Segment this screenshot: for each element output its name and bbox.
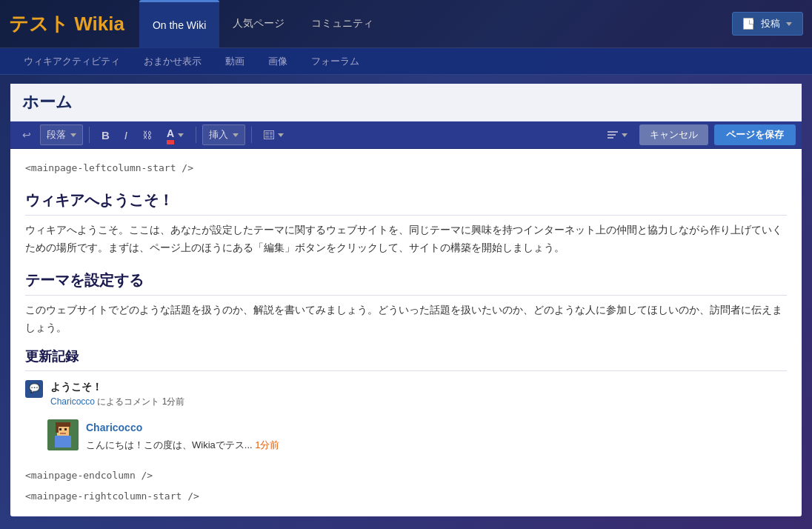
sub-nav-item-forum[interactable]: フォーラム [299, 50, 371, 73]
top-bar: テスト Wikia On the Wiki 人気ページ コミュニティ 投稿 [0, 0, 812, 48]
svg-rect-6 [60, 433, 66, 434]
updates-heading: 更新記録 [25, 346, 787, 371]
comment-body: Charicocco こんにちは！この度は、Wikiaでテス... 1分前 [86, 419, 279, 453]
code-tag-right: <mainpage-rightcolumn-start /> [25, 489, 787, 505]
toolbar-separator-3 [251, 127, 252, 143]
link-button[interactable]: ⛓ [136, 127, 158, 144]
font-color-caret-icon [178, 133, 184, 137]
lines-caret-icon [622, 133, 628, 137]
dropdown-caret-icon [70, 133, 76, 137]
nav-tab-popular[interactable]: 人気ページ [219, 0, 298, 48]
content-wrapper: ホーム ↩ 段落 B I ⛓ A 挿入 [10, 84, 802, 516]
sub-nav-item-activity[interactable]: ウィキアクティビティ [12, 50, 132, 73]
editor-toolbar: ↩ 段落 B I ⛓ A 挿入 [10, 122, 802, 149]
nav-tab-on-wiki[interactable]: On the Wiki [139, 0, 219, 48]
cancel-button[interactable]: キャンセル [639, 124, 708, 145]
insert-dropdown[interactable]: 挿入 [202, 124, 245, 145]
section-heading-theme: テーマを設定する [25, 268, 787, 296]
activity-item: 💬 ようこそ！ Charicocco によるコメント 1分前 [25, 379, 787, 410]
comment-block: Charicocco こんにちは！この度は、Wikiaでテス... 1分前 [25, 419, 787, 453]
svg-rect-5 [64, 428, 67, 430]
activity-info: ようこそ！ Charicocco によるコメント 1分前 [50, 379, 184, 410]
svg-rect-4 [59, 428, 61, 430]
toolbar-separator-1 [89, 127, 90, 143]
svg-rect-7 [55, 436, 71, 448]
table-icon [264, 130, 274, 139]
updates-section: 更新記録 💬 ようこそ！ Charicocco によるコメント 1分前 [25, 346, 787, 453]
page-icon [743, 18, 753, 30]
lines-icon [608, 131, 618, 139]
nav-tab-community[interactable]: コミュニティ [298, 0, 387, 48]
activity-title: ようこそ！ [50, 379, 184, 395]
caret-down-icon [786, 22, 792, 26]
toolbar-right: キャンセル ページを保存 [602, 124, 796, 145]
avatar-svg [47, 419, 79, 450]
site-title: テスト Wikia [9, 11, 124, 37]
paragraph-dropdown[interactable]: 段落 [40, 124, 83, 145]
section-heading-welcome: ウィキアへようこそ！ [25, 188, 787, 216]
link-icon: ⛓ [142, 130, 152, 141]
undo-icon: ↩ [22, 129, 31, 141]
save-button[interactable]: ページを保存 [714, 124, 796, 145]
comment-user-link[interactable]: Charicocco [86, 419, 279, 436]
contribute-button[interactable]: 投稿 [732, 12, 803, 36]
editor-content[interactable]: <mainpage-leftcolumn-start /> ウィキアへようこそ！… [10, 149, 802, 516]
sub-nav: ウィキアクティビティ おまかせ表示 動画 画像 フォーラム [0, 48, 812, 75]
lines-button[interactable] [602, 128, 633, 142]
sub-nav-item-random[interactable]: おまかせ表示 [132, 50, 213, 73]
section-text-theme: このウェブサイトでどのような話題を扱うのか、解説を書いてみましょう。どういった話… [25, 302, 787, 337]
italic-button[interactable]: I [119, 126, 133, 144]
insert-caret-icon [233, 133, 239, 137]
font-color-bar [167, 140, 174, 142]
activity-meta: Charicocco によるコメント 1分前 [50, 395, 184, 409]
toolbar-separator-2 [196, 127, 196, 143]
comment-text: こんにちは！この度は、Wikiaでテス... 1分前 [86, 438, 279, 453]
font-color-button[interactable]: A [161, 124, 190, 145]
sub-nav-item-video[interactable]: 動画 [213, 50, 256, 73]
font-color-icon: A [167, 127, 174, 142]
undo-button[interactable]: ↩ [16, 126, 37, 144]
page-title-bar: ホーム [10, 84, 802, 122]
activity-user-link[interactable]: Charicocco [50, 396, 95, 407]
comment-time-link[interactable]: 1分前 [255, 439, 279, 450]
activity-icon: 💬 [25, 380, 43, 398]
avatar [47, 419, 79, 450]
sub-nav-item-images[interactable]: 画像 [256, 50, 299, 73]
table-button[interactable] [258, 127, 290, 142]
code-tag-start: <mainpage-leftcolumn-start /> [25, 161, 787, 176]
bold-button[interactable]: B [96, 126, 116, 144]
svg-rect-3 [56, 422, 59, 433]
table-caret-icon [278, 133, 284, 137]
main-nav: On the Wiki 人気ページ コミュニティ [139, 0, 732, 48]
page-title: ホーム [22, 91, 790, 113]
section-text-welcome: ウィキアへようこそ。ここは、あなたが設定したテーマに関するウェブサイトを、同じテ… [25, 222, 787, 257]
code-tag-end: <mainpage-endcolumn /> [25, 468, 787, 484]
